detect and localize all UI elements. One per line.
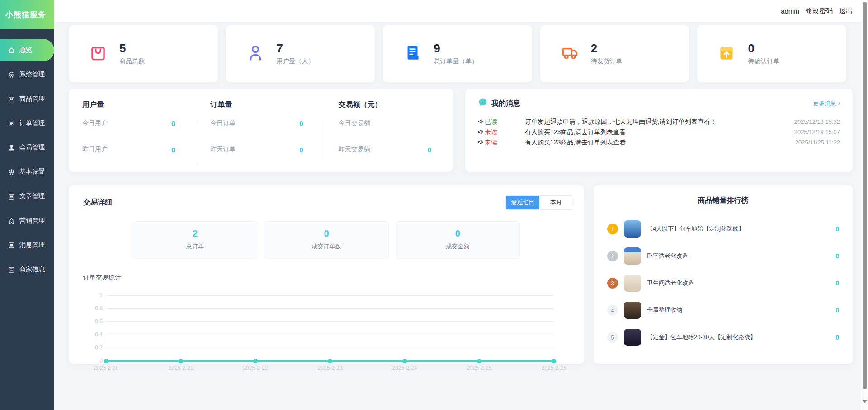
stat-label: 待发货订单 bbox=[591, 57, 623, 65]
metrics-panel: 用户量 今日用户 0 昨日用户 0 订单量 今日订单 0 昨天订单 0 交易额（… bbox=[69, 89, 453, 172]
x-tick: 2025-2-20 bbox=[86, 365, 127, 371]
stat-label: 用户量（人） bbox=[277, 57, 315, 65]
sidebar-item-label: 商品管理 bbox=[19, 95, 45, 103]
gear-icon bbox=[8, 168, 15, 176]
metric-row: 昨天交易额 0 bbox=[339, 137, 439, 162]
rank-badge: 1 bbox=[607, 224, 618, 234]
message-row[interactable]: 未读 有人购买123商品,请去订单列表查看 2025/11/25 11:22 bbox=[478, 137, 840, 148]
rank-badge: 2 bbox=[607, 251, 618, 261]
y-tick: 0 bbox=[85, 358, 103, 364]
messages-list: 已读 订单发起退款申请，退款原因：七天无理由退货,请到订单列表查看！ 2025/… bbox=[478, 116, 840, 148]
home-icon bbox=[8, 47, 15, 54]
stat-label: 待确认订单 bbox=[748, 57, 779, 65]
gridline bbox=[106, 348, 554, 348]
y-tick: 0.6 bbox=[85, 318, 103, 325]
gridline bbox=[106, 295, 554, 296]
metric-row: 今日订单 0 bbox=[210, 111, 311, 136]
data-point bbox=[104, 359, 108, 363]
stat-label: 总订单量（单） bbox=[434, 57, 478, 65]
more-messages-link[interactable]: 更多消息 › bbox=[813, 99, 840, 107]
stat-card-products: 5 商品总数 bbox=[69, 25, 218, 82]
product-thumbnail bbox=[624, 302, 641, 319]
sidebar-item-marketing[interactable]: 营销管理 bbox=[0, 209, 54, 233]
sidebar-item-label: 基本设置 bbox=[19, 168, 45, 176]
stat-card-to-ship: 2 待发货订单 bbox=[540, 25, 689, 82]
metrics-col-title: 订单量 bbox=[210, 100, 311, 110]
metrics-col-title: 用户量 bbox=[82, 100, 183, 110]
sidebar-item-label: 文章管理 bbox=[19, 192, 45, 200]
metric-row: 今日交易额 bbox=[339, 111, 439, 136]
scrollbar-down-arrow[interactable] bbox=[863, 400, 867, 403]
metric-row: 昨日用户 0 bbox=[82, 137, 183, 162]
star-icon bbox=[8, 217, 15, 225]
gridline bbox=[106, 308, 554, 309]
product-thumbnail bbox=[624, 275, 641, 292]
y-tick: 0.2 bbox=[85, 345, 103, 351]
user-icon bbox=[8, 144, 15, 152]
order-trade-line-chart: 1 0.8 0.6 0.4 0.2 0 2025-2-20 2025-2-21 … bbox=[106, 185, 554, 364]
truck-icon bbox=[559, 42, 580, 65]
vertical-scrollbar bbox=[861, 0, 868, 410]
stat-card-users: 7 用户量（人） bbox=[226, 25, 375, 82]
sidebar-item-products[interactable]: 商品管理 bbox=[0, 87, 54, 111]
sidebar-item-settings[interactable]: 基本设置 bbox=[0, 160, 54, 184]
shopping-bag-icon bbox=[88, 42, 108, 65]
username[interactable]: admin bbox=[781, 7, 799, 15]
message-row[interactable]: 已读 订单发起退款申请，退款原因：七天无理由退货,请到订单列表查看！ 2025/… bbox=[478, 116, 840, 127]
x-tick: 2025-2-25 bbox=[459, 365, 500, 371]
metric-row: 今日用户 0 bbox=[82, 111, 183, 136]
app-logo: 小熊猫服务 bbox=[0, 0, 54, 29]
metrics-col-users: 用户量 今日用户 0 昨日用户 0 bbox=[69, 100, 197, 172]
data-point bbox=[552, 359, 556, 363]
rank-badge: 3 bbox=[607, 278, 618, 289]
message-row[interactable]: 未读 有人购买123商品,请去订单列表查看 2025/12/19 15:07 bbox=[478, 127, 840, 137]
gridline bbox=[106, 321, 554, 322]
data-point bbox=[402, 359, 407, 363]
ranking-item: 1 【4人以下】包车地陪【定制化路线】 0 bbox=[607, 215, 839, 242]
stat-value: 2 bbox=[591, 42, 623, 55]
sidebar: 小熊猫服务 总览 系统管理 商品管理 订单管理 会员管理 基本设置 文章管理 bbox=[0, 0, 54, 410]
sidebar-item-message-mgmt[interactable]: 消息管理 bbox=[0, 233, 54, 257]
sidebar-item-label: 营销管理 bbox=[19, 217, 45, 225]
order-icon bbox=[8, 120, 15, 127]
x-tick: 2025-2-24 bbox=[384, 365, 425, 371]
ranking-item: 4 全屋整理收纳 0 bbox=[607, 297, 839, 324]
megaphone-icon bbox=[478, 139, 483, 146]
ranking-item: 2 卧室适老化改造 0 bbox=[607, 242, 839, 270]
stat-cards-row: 5 商品总数 7 用户量（人） 9 总订单量（单） 2 待发货订单 0 待确认订… bbox=[69, 25, 846, 82]
gridline bbox=[106, 335, 554, 335]
sidebar-menu: 总览 系统管理 商品管理 订单管理 会员管理 基本设置 文章管理 营销管理 bbox=[0, 29, 54, 282]
metrics-col-orders: 订单量 今日订单 0 昨天订单 0 bbox=[197, 100, 325, 172]
sidebar-item-label: 订单管理 bbox=[19, 119, 45, 127]
sidebar-item-articles[interactable]: 文章管理 bbox=[0, 184, 54, 209]
y-tick: 0.8 bbox=[85, 305, 103, 312]
messages-panel: 我的消息 更多消息 › 已读 订单发起退款申请，退款原因：七天无理由退货,请到订… bbox=[465, 89, 853, 172]
change-password-link[interactable]: 修改密码 bbox=[806, 7, 833, 15]
sidebar-item-overview[interactable]: 总览 bbox=[0, 39, 54, 61]
sidebar-item-members[interactable]: 会员管理 bbox=[0, 135, 54, 160]
rank-badge: 4 bbox=[607, 305, 618, 316]
x-tick: 2025-2-22 bbox=[235, 365, 276, 371]
ranking-list: 1 【4人以下】包车地陪【定制化路线】 0 2 卧室适老化改造 0 3 卫生间适… bbox=[607, 215, 839, 351]
ranking-title: 商品销量排行榜 bbox=[607, 196, 839, 205]
stat-value: 9 bbox=[434, 42, 478, 55]
scrollbar-thumb[interactable] bbox=[863, 2, 867, 389]
sidebar-item-merchant-info[interactable]: 商家信息 bbox=[0, 257, 54, 282]
sidebar-item-system[interactable]: 系统管理 bbox=[0, 62, 54, 87]
metrics-col-trade-amount: 交易额（元） 今日交易额 昨天交易额 0 bbox=[325, 100, 453, 172]
doc-icon bbox=[8, 242, 15, 249]
bag-icon bbox=[8, 95, 15, 103]
chat-bubble-icon bbox=[478, 98, 488, 109]
stat-card-total-orders: 9 总订单量（单） bbox=[383, 25, 532, 82]
sidebar-item-label: 会员管理 bbox=[19, 144, 45, 152]
logout-link[interactable]: 退出 bbox=[839, 7, 853, 15]
rank-badge: 5 bbox=[607, 332, 618, 343]
product-thumbnail bbox=[624, 220, 641, 238]
sidebar-item-orders[interactable]: 订单管理 bbox=[0, 111, 54, 135]
data-point bbox=[253, 359, 258, 363]
metrics-col-title: 交易额（元） bbox=[339, 100, 439, 110]
data-point bbox=[328, 359, 332, 363]
data-point bbox=[477, 359, 481, 363]
stat-card-to-confirm: 0 待确认订单 bbox=[697, 25, 846, 82]
trade-details-panel: 交易详细 最近七日 本月 2 总订单 0 成交订单数 0 成交金额 订单交易统计 bbox=[69, 185, 584, 364]
